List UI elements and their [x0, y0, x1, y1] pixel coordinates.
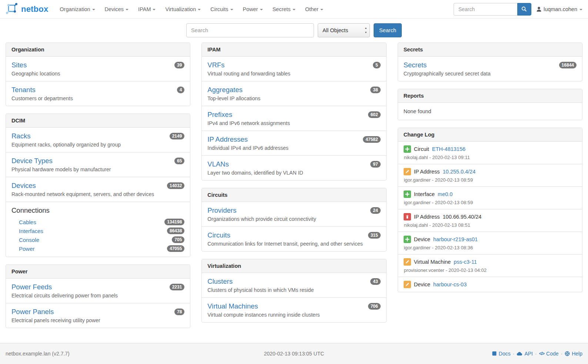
- nav-item-secrets[interactable]: Secrets: [268, 1, 300, 18]
- reports-empty-message: None found: [398, 103, 582, 120]
- ip-addresses-link[interactable]: IP Addresses: [207, 135, 248, 143]
- nav-item-organization[interactable]: Organization: [55, 1, 100, 18]
- device-types-link[interactable]: Device Types: [11, 157, 53, 165]
- changelog-object-type: Device: [414, 282, 430, 287]
- chevron-down-icon: [260, 9, 263, 10]
- changelog-object-link[interactable]: me0.0: [438, 191, 452, 197]
- chevron-down-icon: [230, 9, 233, 10]
- vrfs-link[interactable]: VRFs: [207, 61, 224, 69]
- panel-heading: Organization: [6, 43, 190, 57]
- providers-count-badge: 24: [370, 207, 380, 214]
- user-icon: [537, 7, 541, 12]
- chevron-down-icon: [293, 9, 295, 10]
- cables-link[interactable]: Cables: [19, 219, 36, 225]
- list-item-sites: 39 Sites Geographic locations: [6, 57, 190, 81]
- panel-virtualization: Virtualization 43 Clusters Clusters of p…: [201, 259, 386, 323]
- power-feeds-link[interactable]: Power Feeds: [11, 283, 52, 291]
- changelog-object-type: Interface: [414, 191, 435, 197]
- providers-link[interactable]: Providers: [207, 206, 236, 214]
- list-item-vlans: 97 VLANs Layer two domains, identified b…: [202, 155, 386, 180]
- docs-link[interactable]: Docs: [492, 351, 511, 357]
- panel-heading: IPAM: [202, 43, 386, 57]
- changelog-object-type: Circuit: [414, 146, 429, 152]
- interfaces-link[interactable]: Interfaces: [19, 228, 43, 234]
- list-item-devices: 14032 Devices Rack-mounted network equip…: [6, 177, 190, 202]
- changelog-object-link[interactable]: pss-c3-11: [454, 259, 477, 265]
- aggregates-count-badge: 38: [370, 87, 380, 93]
- search-scope-select[interactable]: All Objects: [318, 23, 370, 37]
- item-description: Clusters of physical hosts in which VMs …: [207, 287, 380, 293]
- item-description: Individual IPv4 and IPv6 addresses: [207, 145, 380, 151]
- item-description: Organizations which provide circuit conn…: [207, 216, 380, 222]
- global-search-input[interactable]: [186, 23, 314, 37]
- changelog-entry: Virtual Machine pss-c3-11 provisioner.vc…: [398, 254, 582, 277]
- power-connections-link[interactable]: Power: [19, 246, 35, 252]
- help-link[interactable]: Help: [565, 351, 582, 357]
- changelog-entry: IP Address 100.66.95.40/24 nikolaj.dahl …: [398, 209, 582, 232]
- column-middle: IPAM 5 VRFs Virtual routing and forwardi…: [196, 43, 392, 330]
- netbox-brand[interactable]: netbox: [6, 3, 48, 16]
- connections-row-power: Power 47055: [11, 244, 184, 253]
- panel-reports: Reports None found: [398, 89, 582, 120]
- panel-ipam: IPAM 5 VRFs Virtual routing and forwardi…: [201, 43, 386, 181]
- changelog-entry: Interface me0.0 igor.gardiner - 2020-02-…: [398, 186, 582, 209]
- racks-link[interactable]: Racks: [11, 132, 30, 140]
- life-ring-icon: [565, 351, 570, 356]
- global-search-bar: All Objects Search: [0, 18, 588, 43]
- nav-item-ipam[interactable]: IPAM: [133, 1, 160, 18]
- nav-item-devices[interactable]: Devices: [100, 1, 134, 18]
- nav-item-virtualization[interactable]: Virtualization: [160, 1, 206, 18]
- secrets-link[interactable]: Secrets: [404, 61, 427, 69]
- nav-item-power[interactable]: Power: [238, 1, 268, 18]
- navbar-search-input[interactable]: [454, 3, 517, 16]
- chevron-down-icon: [153, 9, 156, 10]
- item-description: Virtual compute instances running inside…: [207, 312, 380, 318]
- connections-row-cables: Cables 134198: [11, 218, 184, 226]
- aggregates-link[interactable]: Aggregates: [207, 86, 243, 94]
- sites-link[interactable]: Sites: [11, 61, 27, 69]
- item-description: Customers or departments: [11, 95, 184, 101]
- console-link[interactable]: Console: [19, 237, 39, 243]
- api-link[interactable]: API: [517, 351, 533, 357]
- chevron-down-icon: [579, 9, 582, 10]
- updated-action-icon: [404, 168, 411, 175]
- vlans-link[interactable]: VLANs: [207, 160, 229, 168]
- changelog-meta: provisioner.vcenter - 2020-02-13 04:02: [404, 267, 577, 273]
- item-description: Electrical panels receiving utility powe…: [11, 317, 184, 323]
- nav-item-other[interactable]: Other: [300, 1, 328, 18]
- user-menu[interactable]: luqman.cohen: [537, 6, 582, 12]
- connections-row-interfaces: Interfaces 86438: [11, 226, 184, 235]
- vlans-count-badge: 97: [370, 161, 380, 168]
- changelog-object-link[interactable]: ETH-4813156: [432, 146, 465, 152]
- chevron-down-icon: [92, 9, 95, 10]
- changelog-object-type: Virtual Machine: [414, 259, 451, 265]
- circuits-link[interactable]: Circuits: [207, 231, 230, 239]
- devices-link[interactable]: Devices: [11, 182, 36, 189]
- chevron-down-icon: [126, 9, 128, 10]
- list-item-aggregates: 38 Aggregates Top-level IP allocations: [202, 81, 386, 106]
- clusters-count-badge: 43: [370, 278, 380, 285]
- console-count-badge: 705: [172, 236, 184, 243]
- nav-item-circuits[interactable]: Circuits: [206, 1, 238, 18]
- power-panels-link[interactable]: Power Panels: [11, 308, 54, 316]
- prefixes-link[interactable]: Prefixes: [207, 111, 232, 118]
- global-search-button[interactable]: Search: [374, 23, 402, 37]
- changelog-meta: igor.gardiner - 2020-02-13 08:59: [404, 177, 577, 183]
- tenants-link[interactable]: Tenants: [11, 86, 36, 94]
- page-footer: netbox.example.lan (v2.7.7) 2020-02-13 0…: [0, 343, 588, 364]
- column-left: Organization 39 Sites Geographic locatio…: [0, 43, 196, 336]
- navbar-search-button[interactable]: [517, 3, 531, 16]
- panel-change-log: Change Log Circuit ETH-4813156 nikolaj.d…: [398, 128, 582, 292]
- changelog-object-link[interactable]: harbour-r219-as01: [433, 236, 478, 242]
- clusters-link[interactable]: Clusters: [207, 277, 233, 285]
- code-link[interactable]: </> Code: [539, 351, 559, 357]
- virtual-machines-link[interactable]: Virtual Machines: [207, 302, 258, 310]
- deleted-action-icon: [404, 213, 411, 220]
- panel-heading: Power: [6, 265, 190, 279]
- list-item-power-panels: 78 Power Panels Electrical panels receiv…: [6, 303, 190, 328]
- changelog-object-link[interactable]: 10.255.0.4/24: [443, 169, 476, 175]
- list-item-virtual-machines: 706 Virtual Machines Virtual compute ins…: [202, 297, 386, 322]
- list-item-clusters: 43 Clusters Clusters of physical hosts i…: [202, 273, 386, 297]
- footer-hostname: netbox.example.lan (v2.7.7): [6, 351, 198, 357]
- changelog-object-link[interactable]: harbour-cs-03: [433, 282, 467, 287]
